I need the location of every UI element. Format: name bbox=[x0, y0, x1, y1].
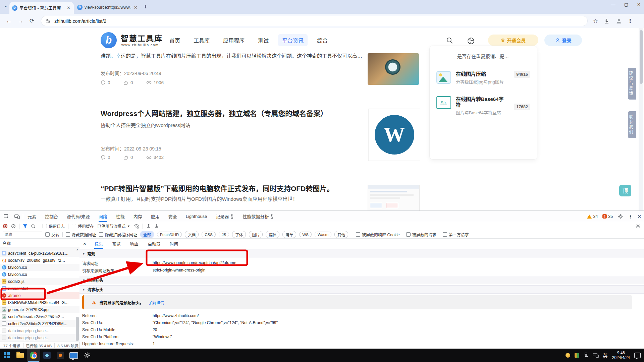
record-icon[interactable] bbox=[3, 224, 8, 229]
general-section-header[interactable]: ▼ 常规 bbox=[79, 249, 644, 258]
new-tab-button[interactable]: + bbox=[144, 3, 147, 11]
detail-tab-preview[interactable]: 预览 bbox=[112, 239, 121, 249]
input-language-indicator[interactable]: 英 bbox=[603, 352, 608, 359]
request-list-header[interactable]: 名称 bbox=[0, 239, 79, 247]
filter-pill-doc[interactable]: 文档 bbox=[185, 231, 199, 238]
network-conditions-icon[interactable] bbox=[133, 224, 139, 229]
profile-icon[interactable] bbox=[615, 18, 622, 24]
contact-tab[interactable]: 联系我们 bbox=[628, 111, 636, 138]
request-row[interactable]: ads?client=ca-pub-1266429161… bbox=[0, 250, 79, 257]
tray-app-icon[interactable] bbox=[566, 353, 570, 358]
tab-search-chevron-icon[interactable]: ⌄ bbox=[4, 3, 7, 8]
export-har-icon[interactable] bbox=[154, 224, 159, 229]
taskbar-chrome-icon[interactable] bbox=[27, 349, 40, 362]
response-headers-section-header[interactable]: ▼ 响应标头 bbox=[79, 276, 644, 284]
request-row[interactable]: collect?v=2&tid=G-ZYPN2D8M… bbox=[0, 320, 79, 327]
detail-tab-response[interactable]: 响应 bbox=[130, 239, 139, 249]
inspect-icon[interactable] bbox=[3, 214, 9, 220]
browser-menu-icon[interactable]: ⋮ bbox=[628, 18, 633, 24]
search-icon[interactable] bbox=[446, 37, 453, 44]
taskbar-settings-icon[interactable] bbox=[80, 349, 94, 362]
scroll-up-icon[interactable]: ▲ bbox=[76, 248, 79, 251]
header-value[interactable]: https://www.zhihuilib.com/ bbox=[153, 313, 199, 318]
tray-app-icon[interactable] bbox=[575, 353, 579, 358]
like-icon[interactable] bbox=[123, 155, 128, 160]
feedback-tab[interactable]: 建议与反馈 bbox=[628, 68, 636, 100]
throttling-dropdown[interactable]: 已停用节流模式▼ bbox=[97, 223, 130, 229]
request-list-scrollbar-thumb[interactable] bbox=[76, 317, 79, 341]
devtools-tab-network[interactable]: 网络 bbox=[99, 211, 107, 222]
filter-pill-all[interactable]: 全部 bbox=[140, 231, 154, 238]
disable-cache-checkbox[interactable]: 停用缓存 bbox=[72, 223, 94, 229]
detail-tab-timing[interactable]: 时间 bbox=[170, 239, 178, 249]
blocked-requests-checkbox[interactable]: 被屏蔽的请求 bbox=[406, 232, 436, 237]
article-thumbnail[interactable] bbox=[368, 53, 419, 85]
taskbar-clock[interactable]: 9:46 2024/4/24 bbox=[612, 351, 630, 360]
back-to-top-button[interactable]: 顶 bbox=[619, 185, 631, 196]
tab-close-icon[interactable]: ✕ bbox=[66, 5, 71, 10]
bookmark-star-icon[interactable]: ☆ bbox=[593, 18, 598, 24]
devtools-tab-recorder[interactable]: 记录器 bbox=[216, 211, 234, 222]
close-button[interactable]: ✕ bbox=[637, 2, 641, 7]
request-row[interactable]: runner.html bbox=[0, 285, 79, 292]
taskbar-app-icon[interactable] bbox=[54, 349, 67, 362]
nav-item-apps[interactable]: 应用程序 bbox=[223, 36, 245, 44]
detail-tab-headers[interactable]: 标头 bbox=[94, 239, 103, 249]
article-thumbnail-wordpress[interactable]: W bbox=[368, 109, 420, 161]
request-row[interactable]: bfavicon.ico bbox=[0, 264, 79, 271]
devtools-tab-sources[interactable]: 源代码/来源 bbox=[67, 211, 90, 222]
preserve-log-checkbox[interactable]: 保留日志 bbox=[43, 223, 65, 229]
notification-center-icon[interactable] bbox=[634, 353, 641, 358]
filter-pill-wasm[interactable]: Wasm bbox=[315, 232, 331, 237]
filter-pill-manifest[interactable]: 清单 bbox=[282, 231, 296, 238]
filter-pill-media[interactable]: 媒体 bbox=[266, 231, 279, 238]
sidebar-truncated-text[interactable]: 是否存在重复报销、提… bbox=[457, 53, 509, 59]
filter-funnel-icon[interactable] bbox=[23, 224, 28, 228]
devtools-tab-performance[interactable]: 性能 bbox=[116, 211, 125, 222]
filter-input[interactable] bbox=[3, 232, 42, 237]
browser-tab-inactive[interactable]: view-source:https://www.zhi ✕ bbox=[75, 3, 140, 12]
article-title[interactable]: “PDF转图片智慧版”下载即用的电脑软件正式发布，同时支持OFD转图片。 bbox=[101, 183, 369, 193]
request-row[interactable]: {;}sodar?sv=200&tid=gda&tv=r2… bbox=[0, 257, 79, 264]
filter-pill-js[interactable]: JS bbox=[219, 232, 229, 237]
warnings-badge[interactable]: 34 bbox=[587, 214, 598, 219]
devtools-menu-icon[interactable]: ⋮ bbox=[628, 214, 633, 219]
address-bar[interactable]: zhihuilib.com/article/list/2 bbox=[41, 16, 588, 26]
vip-button[interactable]: ♛ 开通会员 bbox=[488, 35, 538, 46]
browser-tab-active[interactable]: 平台资讯 - 智慧工具库 ✕ bbox=[9, 2, 74, 14]
devtools-tab-application[interactable]: 应用 bbox=[151, 211, 160, 222]
reload-button[interactable]: ⟳ bbox=[30, 17, 34, 24]
request-row-selected-aframe[interactable]: ✕aframe bbox=[0, 292, 79, 299]
network-tray-icon[interactable] bbox=[593, 353, 599, 358]
minimize-button[interactable]: — bbox=[611, 2, 615, 7]
site-logo-title[interactable]: 智慧工具库 bbox=[121, 32, 163, 44]
device-toolbar-icon[interactable] bbox=[14, 214, 20, 220]
learn-more-link[interactable]: 了解详情 bbox=[148, 300, 164, 305]
start-button[interactable] bbox=[0, 349, 13, 362]
request-row[interactable]: generate_204?9XSqrg bbox=[0, 306, 79, 313]
filter-pill-css[interactable]: CSS bbox=[202, 232, 216, 237]
maximize-button[interactable]: ▢ bbox=[624, 2, 628, 7]
third-party-checkbox[interactable]: 第三方请求 bbox=[443, 232, 469, 237]
nav-item-news-active[interactable]: 平台资讯 bbox=[278, 34, 308, 46]
invert-checkbox[interactable]: 反转 bbox=[45, 232, 59, 237]
filter-pill-img[interactable]: 图片 bbox=[249, 231, 263, 238]
like-icon[interactable] bbox=[123, 80, 128, 85]
tool-name[interactable]: 在线图片转Base64字符 bbox=[456, 96, 506, 108]
request-row[interactable]: JSsodar2.js bbox=[0, 278, 79, 285]
article-thumbnail-screenshot[interactable] bbox=[368, 185, 420, 210]
nav-item-home[interactable]: 首页 bbox=[169, 36, 180, 44]
taskbar-remote-desktop-icon[interactable] bbox=[67, 349, 80, 362]
devtools-tab-security[interactable]: 安全 bbox=[168, 211, 177, 222]
hide-extension-urls-checkbox[interactable]: 隐藏扩展程序网址 bbox=[99, 232, 137, 237]
nav-item-test[interactable]: 测试 bbox=[258, 36, 269, 44]
devtools-tab-performance-insights[interactable]: 性能数据分析 bbox=[243, 211, 274, 222]
login-button[interactable]: 登录 bbox=[544, 35, 582, 46]
page-scrollbar-thumb[interactable] bbox=[640, 30, 643, 84]
taskbar-app-icon[interactable] bbox=[40, 349, 54, 362]
devtools-tab-console[interactable]: 控制台 bbox=[45, 211, 58, 222]
import-har-icon[interactable] bbox=[146, 224, 151, 229]
devtools-settings-icon[interactable] bbox=[618, 214, 623, 219]
article-title[interactable]: Wordpress个人网站搭建，独立服务器，独立域名（专属您的域名备案） bbox=[101, 108, 369, 118]
detail-close-icon[interactable]: ✕ bbox=[83, 239, 86, 249]
